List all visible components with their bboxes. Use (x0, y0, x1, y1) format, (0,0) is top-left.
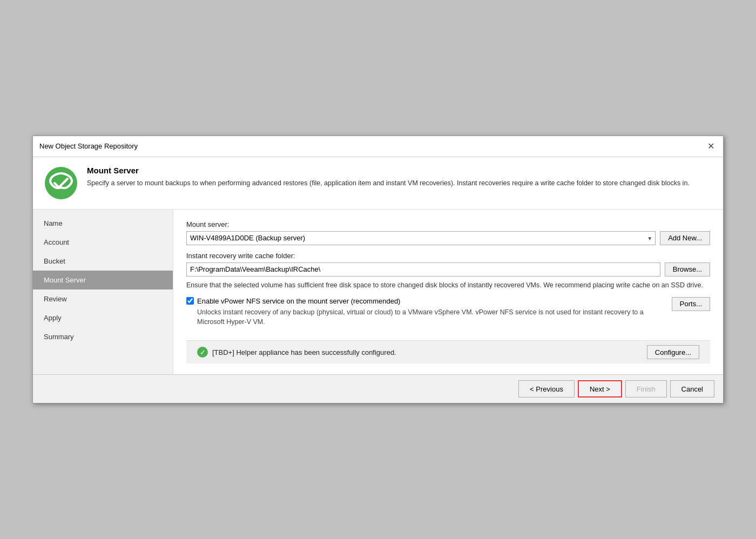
status-left: ✓ [TBD+] Helper appliance has been succe… (197, 347, 396, 358)
nfs-description: Unlocks instant recovery of any backup (… (197, 307, 665, 328)
sidebar-item-bucket[interactable]: Bucket (33, 252, 173, 271)
header-text: Mount Server Specify a server to mount b… (87, 166, 690, 188)
status-bar: ✓ [TBD+] Helper appliance has been succe… (186, 340, 710, 363)
cache-info-text: Ensure that the selected volume has suff… (186, 280, 710, 291)
nfs-section: Enable vPower NFS service on the mount s… (186, 297, 710, 328)
mount-server-dropdown[interactable]: WIN-V4899A1D0DE (Backup server) (186, 231, 656, 245)
cache-folder-field-group: Instant recovery write cache folder: Bro… (186, 252, 710, 291)
cancel-button[interactable]: Cancel (670, 380, 714, 397)
ports-button[interactable]: Ports... (672, 297, 710, 311)
dialog: New Object Storage Repository ✕ Mount Se… (32, 136, 724, 403)
previous-button[interactable]: < Previous (518, 380, 575, 397)
mount-server-dropdown-wrapper: WIN-V4899A1D0DE (Backup server) ▼ (186, 231, 656, 245)
sidebar-item-summary[interactable]: Summary (33, 327, 173, 346)
header-description: Specify a server to mount backups to whe… (87, 178, 690, 188)
header-title: Mount Server (87, 166, 690, 175)
left-nav: Name Account Bucket Mount Server Review … (33, 210, 173, 374)
title-bar: New Object Storage Repository ✕ (33, 136, 723, 157)
sidebar-item-account[interactable]: Account (33, 233, 173, 252)
cache-folder-input[interactable] (186, 262, 660, 277)
nfs-checkbox-label: Enable vPower NFS service on the mount s… (197, 297, 400, 305)
header-section: Mount Server Specify a server to mount b… (33, 157, 723, 210)
cache-folder-label: Instant recovery write cache folder: (186, 252, 710, 260)
body: Name Account Bucket Mount Server Review … (33, 210, 723, 374)
nfs-checkbox-group: Enable vPower NFS service on the mount s… (186, 297, 665, 328)
sidebar-item-apply[interactable]: Apply (33, 308, 173, 327)
close-button[interactable]: ✕ (705, 140, 717, 152)
finish-button[interactable]: Finish (625, 380, 667, 397)
next-button[interactable]: Next > (578, 380, 622, 397)
mount-server-field-group: Mount server: WIN-V4899A1D0DE (Backup se… (186, 220, 710, 245)
sidebar-item-mount-server[interactable]: Mount Server (33, 271, 173, 289)
status-text: [TBD+] Helper appliance has been success… (212, 348, 396, 356)
add-new-button[interactable]: Add New... (660, 231, 710, 245)
footer: < Previous Next > Finish Cancel (33, 374, 723, 403)
sidebar-item-review[interactable]: Review (33, 289, 173, 308)
browse-button[interactable]: Browse... (665, 262, 710, 277)
nfs-checkbox-row: Enable vPower NFS service on the mount s… (186, 297, 665, 305)
nfs-checkbox[interactable] (186, 297, 194, 305)
right-content: Mount server: WIN-V4899A1D0DE (Backup se… (173, 210, 723, 374)
dialog-title: New Object Storage Repository (39, 142, 138, 150)
mount-server-label: Mount server: (186, 220, 710, 228)
sidebar-item-name[interactable]: Name (33, 214, 173, 233)
mount-server-row: WIN-V4899A1D0DE (Backup server) ▼ Add Ne… (186, 231, 710, 245)
cache-folder-row: Browse... (186, 262, 710, 277)
configure-button[interactable]: Configure... (647, 345, 699, 359)
mount-server-icon (44, 166, 78, 200)
status-success-icon: ✓ (197, 347, 208, 358)
